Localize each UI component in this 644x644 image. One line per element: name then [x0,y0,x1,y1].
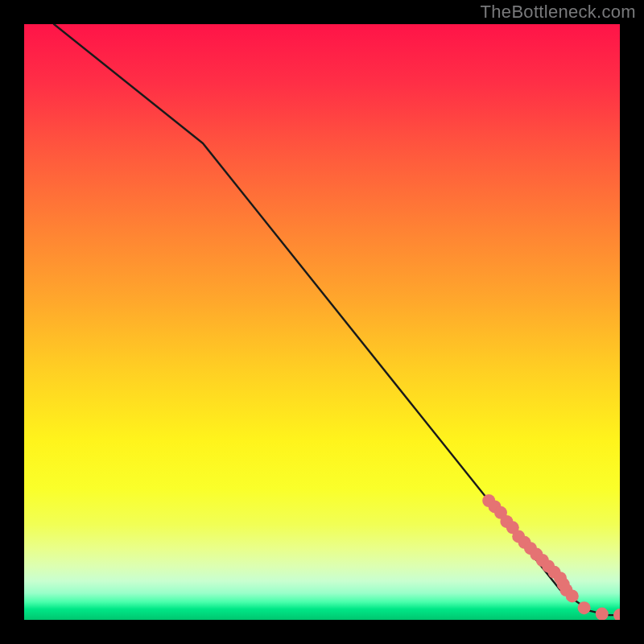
scatter-point [566,589,579,602]
scatter-point [596,608,609,620]
highlight-points [482,494,620,620]
chart-container: TheBottleneck.com [0,0,644,644]
bottleneck-curve [54,24,620,615]
scatter-point [578,601,591,614]
watermark-label: TheBottleneck.com [481,2,636,23]
plot-area [24,24,620,620]
scatter-point [613,609,620,620]
chart-overlay [24,24,620,620]
